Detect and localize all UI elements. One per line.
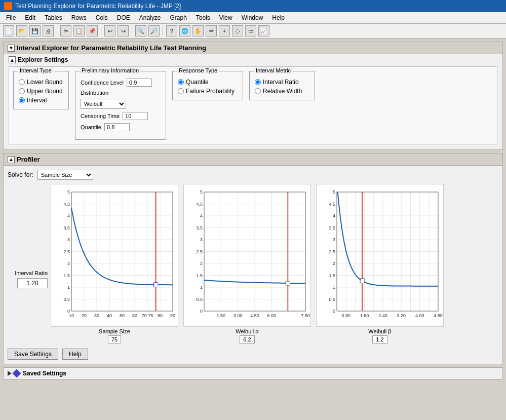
profiler-title: Profiler	[17, 156, 40, 163]
failure-prob-radio[interactable]	[178, 88, 184, 94]
menu-cols[interactable]: Cols	[92, 13, 112, 22]
interval-metric-legend: Interval Metric	[254, 67, 293, 73]
menu-tables[interactable]: Tables	[41, 13, 66, 22]
interval-ratio-radio[interactable]	[255, 79, 261, 85]
weibull-alpha-chart[interactable]	[183, 184, 311, 327]
charts-area: Interval Ratio Sample Size 75 Weibull α …	[8, 184, 498, 343]
new-file-button[interactable]: 📄	[3, 25, 14, 36]
response-type-group: Quantile Failure Probability	[178, 79, 238, 95]
menu-view[interactable]: View	[215, 13, 237, 22]
quantile-input[interactable]	[104, 123, 130, 131]
redo-button[interactable]: ↪	[118, 25, 129, 36]
quantile-radio[interactable]	[178, 79, 184, 85]
interval-option[interactable]: Interval	[19, 97, 63, 104]
distribution-label: Distribution	[81, 90, 108, 96]
menu-analyze[interactable]: Analyze	[135, 13, 165, 22]
profiler-content: Solve for: Sample Size Interval Ratio Co…	[4, 166, 502, 364]
graph-button[interactable]: 📈	[258, 25, 269, 36]
crosshair-button[interactable]: +	[219, 25, 230, 36]
interval-metric-fieldset: Interval Metric Interval Ratio Relative …	[249, 71, 315, 100]
rectangle-select[interactable]: ▭	[245, 25, 256, 36]
interval-explorer-title: Interval Explorer for Parametric Reliabi…	[17, 44, 206, 52]
menu-bar: File Edit Tables Rows Cols DOE Analyze G…	[0, 12, 506, 24]
profiler-header: ▲ Profiler	[4, 154, 502, 166]
menu-window[interactable]: Window	[238, 13, 267, 22]
preliminary-info-fieldset: Preliminary Information Confidence Level…	[75, 71, 166, 140]
sample-size-chart[interactable]	[51, 184, 178, 327]
confidence-level-input[interactable]	[127, 79, 152, 87]
menu-graph[interactable]: Graph	[166, 13, 190, 22]
paste-button[interactable]: 📌	[87, 25, 98, 36]
distribution-select[interactable]: Weibull Lognormal Normal Exponential	[81, 99, 126, 109]
lower-bound-radio[interactable]	[19, 79, 25, 85]
upper-bound-radio[interactable]	[19, 88, 25, 94]
menu-tools[interactable]: Tools	[192, 13, 214, 22]
toolbar-sep-1	[57, 25, 57, 36]
lasso-button[interactable]: ◌	[232, 25, 243, 36]
collapse-explorer-button[interactable]: ▼	[8, 45, 15, 52]
undo-button[interactable]: ↩	[104, 25, 115, 36]
menu-help[interactable]: Help	[268, 13, 289, 22]
cut-button[interactable]: ✂	[60, 25, 71, 36]
expand-saved-settings-icon[interactable]	[8, 371, 12, 376]
upper-bound-option[interactable]: Upper Bound	[19, 88, 63, 95]
print-button[interactable]: 🖨	[43, 25, 54, 36]
collapse-profiler-button[interactable]: ▲	[8, 156, 15, 163]
toolbar: 📄 📂 💾 🖨 ✂ 📋 📌 ↩ ↪ 🔍 🔎 ? 🌐 ✋ ✏ + ◌ ▭ 📈	[0, 24, 506, 39]
open-button[interactable]: 📂	[16, 25, 27, 36]
interval-ratio-value[interactable]	[17, 278, 48, 288]
pan-button[interactable]: ✋	[192, 25, 204, 36]
quantile-option[interactable]: Quantile	[178, 79, 238, 86]
interval-type-fieldset: Interval Type Lower Bound Upper Bound	[13, 71, 69, 109]
chart1-xlabel: Sample Size	[99, 328, 130, 334]
solve-for-row: Solve for: Sample Size Interval Ratio Co…	[8, 170, 498, 180]
collapse-settings-button[interactable]: ▲	[9, 56, 16, 63]
saved-settings-icon	[13, 369, 21, 378]
censoring-time-input[interactable]	[123, 112, 148, 120]
save-button[interactable]: 💾	[29, 25, 41, 36]
menu-file[interactable]: File	[2, 13, 20, 22]
chart1-value[interactable]: 75	[108, 335, 121, 343]
chart2-value[interactable]: 6.2	[240, 335, 254, 343]
app-icon	[4, 2, 12, 10]
copy-button[interactable]: 📋	[73, 25, 85, 36]
failure-prob-label: Failure Probability	[186, 88, 235, 95]
toolbar-sep-4	[163, 25, 163, 36]
chart2-xlabel: Weibull α	[236, 328, 258, 334]
bottom-buttons: Save Settings Help	[8, 349, 498, 360]
globe-button[interactable]: 🌐	[179, 25, 190, 36]
menu-rows[interactable]: Rows	[67, 13, 91, 22]
save-settings-button[interactable]: Save Settings	[8, 349, 58, 360]
relative-width-option[interactable]: Relative Width	[255, 88, 309, 95]
interval-type-legend: Interval Type	[18, 67, 54, 73]
weibull-beta-chart[interactable]	[316, 184, 444, 327]
interval-metric-group: Interval Ratio Relative Width	[255, 79, 309, 95]
interval-label: Interval	[27, 97, 47, 104]
interval-radio[interactable]	[19, 97, 25, 103]
y-axis-area: Interval Ratio	[8, 184, 51, 288]
chart3-value[interactable]: 1.2	[372, 335, 387, 343]
menu-edit[interactable]: Edit	[21, 13, 40, 22]
quantile-response-label: Quantile	[186, 79, 209, 86]
lower-bound-label: Lower Bound	[27, 79, 63, 86]
upper-bound-label: Upper Bound	[27, 88, 63, 95]
confidence-level-row: Confidence Level	[81, 79, 161, 87]
help-icon-button[interactable]: ?	[166, 25, 177, 36]
interval-ratio-option[interactable]: Interval Ratio	[255, 79, 309, 86]
toolbar-sep-3	[132, 25, 132, 36]
pencil-button[interactable]: ✏	[206, 25, 217, 36]
lower-bound-option[interactable]: Lower Bound	[19, 79, 63, 86]
failure-prob-option[interactable]: Failure Probability	[178, 88, 238, 95]
chart3-xlabel: Weibull β	[368, 328, 391, 334]
explorer-settings-title: Explorer Settings	[18, 56, 68, 63]
zoom-button[interactable]: 🔎	[148, 25, 160, 36]
censoring-time-label: Censoring Time	[81, 113, 120, 119]
chart1-wrapper: Sample Size 75	[51, 184, 178, 343]
help-button[interactable]: Help	[62, 349, 88, 360]
solve-for-label: Solve for:	[8, 171, 33, 178]
distribution-row: Distribution	[81, 90, 161, 96]
menu-doe[interactable]: DOE	[113, 13, 134, 22]
relative-width-radio[interactable]	[255, 88, 261, 94]
solve-for-select[interactable]: Sample Size Interval Ratio Confidence Le…	[37, 170, 93, 180]
search-button[interactable]: 🔍	[135, 25, 146, 36]
